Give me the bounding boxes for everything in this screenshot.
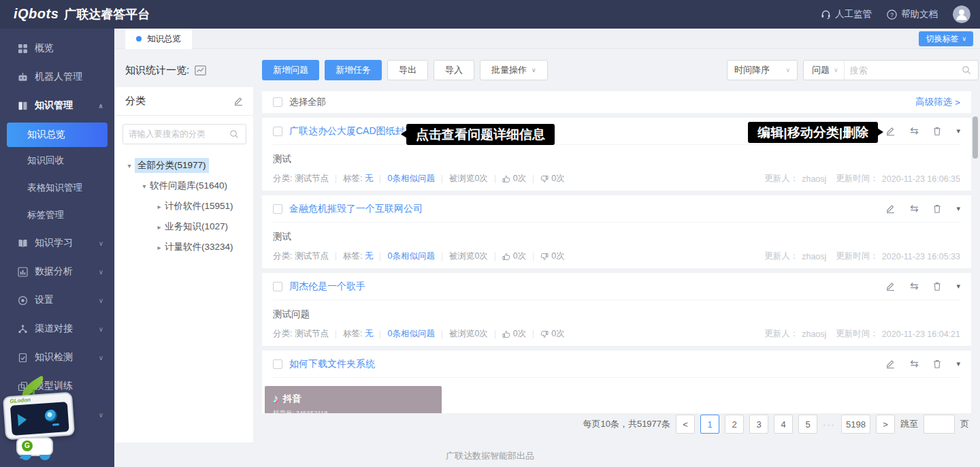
question-title-link[interactable]: 周杰伦是一个歌手 (289, 280, 365, 293)
tree-expanded-caret-icon[interactable]: ▾ (124, 162, 135, 170)
sidebar-item-knowledge-learning[interactable]: 知识学习 ∨ (0, 229, 114, 257)
stats-chart-icon[interactable] (195, 65, 206, 76)
caret-down-icon: ∨ (834, 67, 838, 74)
page-button-4[interactable]: 4 (774, 415, 793, 434)
page-button-5[interactable]: 5 (798, 415, 817, 434)
sidebar-item-staff-mgmt[interactable]: 人员管理 ∨ (0, 400, 114, 429)
list-scrollbar-thumb[interactable] (973, 116, 978, 159)
page-button-1[interactable]: 1 (700, 415, 719, 434)
move-category-icon[interactable]: ⇆ (910, 202, 919, 214)
sidebar-item-overview[interactable]: 概览 (0, 34, 114, 63)
more-actions-caret-icon[interactable]: ▾ (956, 282, 960, 291)
row-checkbox[interactable] (273, 204, 282, 214)
tag-link[interactable]: 无 (365, 328, 374, 340)
last-page-button[interactable]: 5198 (841, 415, 870, 434)
prev-page-button[interactable]: < (676, 415, 695, 434)
sidebar-item-channel[interactable]: 渠道对接 ∨ (0, 315, 114, 343)
tree-node-measurement-software[interactable]: ▸ 计量软件(33234) (116, 237, 253, 257)
edit-icon[interactable] (885, 204, 896, 214)
page-button-3[interactable]: 3 (749, 415, 768, 434)
tab-knowledge-overview[interactable]: 知识总览 (125, 29, 192, 49)
thumb-up-icon (502, 175, 510, 183)
tag-link[interactable]: 无 (365, 251, 374, 262)
similar-questions-link[interactable]: 0条相似问题 (387, 251, 434, 262)
delete-icon[interactable] (932, 204, 942, 214)
caret-down-icon[interactable]: ∨ (99, 297, 103, 304)
more-actions-caret-icon[interactable]: ▾ (956, 127, 960, 135)
caret-down-icon[interactable]: ∨ (99, 354, 103, 361)
sort-order-select[interactable]: 时间降序 ∨ (727, 60, 798, 80)
question-title-link[interactable]: 广联达办公大厦CAD图纸封存 (289, 125, 414, 138)
jump-page-input[interactable] (924, 415, 955, 434)
delete-icon[interactable] (932, 359, 942, 369)
pagination-ellipsis[interactable]: ··· (823, 419, 836, 430)
move-category-icon[interactable]: ⇆ (910, 280, 919, 292)
tree-node-all-categories[interactable]: ▾ 全部分类(51977) (116, 155, 253, 176)
switch-tag-button[interactable]: 切换标签 ∨ (919, 31, 973, 46)
similar-questions-link[interactable]: 0条相似问题 (387, 173, 434, 184)
sidebar-item-knowledge-detect[interactable]: 知识检测 ∨ (0, 343, 114, 372)
sidebar-item-model-training[interactable]: 模型训练 (0, 372, 114, 400)
tree-expanded-caret-icon[interactable]: ▾ (139, 182, 150, 190)
edit-icon[interactable] (885, 126, 896, 136)
tree-collapsed-caret-icon[interactable]: ▸ (154, 203, 165, 210)
manual-supervision-link[interactable]: 人工监管 (821, 8, 872, 20)
tree-collapsed-caret-icon[interactable]: ▸ (154, 244, 165, 251)
douyin-thumbnail-image[interactable]: ♪抖音 抖音号: 345652118 (265, 386, 442, 413)
help-docs-link[interactable]: ? 帮助文档 (887, 8, 938, 20)
export-button[interactable]: 导出 (387, 60, 428, 80)
similar-questions-link[interactable]: 0条相似问题 (387, 328, 434, 340)
row-checkbox[interactable] (273, 127, 282, 136)
sidebar-subitem-knowledge-overview[interactable]: 知识总览 (7, 123, 108, 147)
sidebar-item-robot-mgmt[interactable]: 机器人管理 (0, 63, 114, 91)
more-actions-caret-icon[interactable]: ▾ (956, 359, 960, 368)
next-page-button[interactable]: > (876, 415, 895, 434)
row-checkbox[interactable] (273, 282, 282, 291)
move-category-icon[interactable]: ⇆ (910, 125, 919, 137)
sidebar-collapse-icon[interactable] (19, 449, 31, 459)
caret-down-icon[interactable]: ∨ (99, 325, 103, 333)
edit-icon[interactable] (885, 359, 896, 369)
sidebar-subitem-table-knowledge[interactable]: 表格知识管理 (0, 174, 114, 202)
sidebar-subitem-knowledge-recycle[interactable]: 知识回收 (0, 147, 114, 174)
delete-icon[interactable] (932, 281, 942, 291)
more-actions-caret-icon[interactable]: ▾ (956, 204, 960, 213)
search-icon[interactable] (962, 65, 971, 75)
tree-node-business-knowledge[interactable]: ▸ 业务知识(1027) (116, 216, 253, 237)
batch-actions-button[interactable]: 批量操作 ∨ (480, 60, 548, 80)
delete-icon[interactable] (932, 126, 942, 136)
tree-node-pricing-software[interactable]: ▸ 计价软件(15951) (116, 196, 253, 216)
sidebar-item-knowledge-mgmt[interactable]: 知识管理 ∧ (0, 91, 114, 120)
caret-up-icon[interactable]: ∧ (98, 102, 103, 110)
edit-category-icon[interactable] (233, 96, 244, 106)
tree-collapsed-caret-icon[interactable]: ▸ (154, 223, 165, 231)
tag-link[interactable]: 无 (365, 173, 374, 184)
page-button-2[interactable]: 2 (725, 415, 744, 434)
search-icon[interactable] (229, 129, 239, 139)
select-all-checkbox[interactable] (273, 97, 282, 107)
move-category-icon[interactable]: ⇆ (910, 357, 919, 370)
caret-down-icon[interactable]: ∨ (99, 268, 103, 276)
sidebar-item-data-analysis[interactable]: 数据分析 ∨ (0, 257, 114, 286)
user-avatar[interactable] (953, 5, 970, 23)
category-search-input[interactable] (123, 129, 229, 139)
search-input[interactable] (845, 65, 962, 76)
edit-icon[interactable] (885, 281, 896, 291)
add-task-button[interactable]: 新增任务 (325, 60, 382, 80)
search-type-select[interactable]: 问题 ∨ (804, 64, 844, 76)
caret-down-icon: ∨ (532, 67, 536, 74)
question-title-link[interactable]: 金融危机摧毁了一个互联网公司 (289, 203, 423, 215)
question-title-link[interactable]: 如何下载文件夹系统 (289, 358, 375, 370)
advanced-filter-link[interactable]: 高级筛选 > (915, 96, 960, 108)
import-button[interactable]: 导入 (434, 60, 474, 80)
sidebar-subitem-tag-mgmt[interactable]: 标签管理 (0, 202, 114, 229)
caret-down-icon[interactable]: ∨ (99, 240, 103, 247)
tree-node-software-qa[interactable]: ▾ 软件问题库(51640) (116, 176, 253, 196)
pagination-summary: 每页10条，共51977条 (583, 418, 670, 430)
add-question-button[interactable]: 新增问题 (262, 60, 319, 80)
sidebar-item-settings[interactable]: 设置 ∨ (0, 286, 114, 315)
row-checkbox[interactable] (273, 359, 282, 369)
sitemap-icon (18, 324, 28, 334)
sidebar-nav: 概览 机器人管理 知识管理 ∧ 知识总览 知识回收 表格知识管理 标签管理 知识… (0, 29, 114, 467)
caret-down-icon[interactable]: ∨ (99, 411, 103, 419)
